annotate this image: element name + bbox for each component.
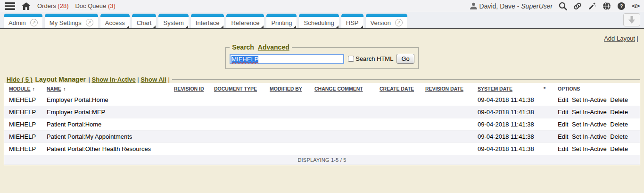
layout-manager-table: MODULE↑ NAME↑ REVISION ID DOCUMENT TYPE …: [4, 83, 640, 165]
cell-name: Patient Portal:My Appointments: [42, 131, 169, 143]
add-layout-link[interactable]: Add Layout: [604, 35, 635, 42]
selected-search-text: MIEHELP: [231, 56, 258, 63]
cell-options: Edit Set In-Active Delete: [553, 118, 640, 131]
cell-name: Employer Portal:Home: [42, 94, 169, 106]
advanced-search-link[interactable]: Advanced: [258, 43, 289, 51]
set-inactive-link[interactable]: Set In-Active: [572, 133, 607, 140]
collapse-toolbar-button[interactable]: [623, 13, 640, 26]
arrow-down-icon: [627, 16, 636, 24]
table-footer-row: DISPLAYING 1-5 / 5: [4, 155, 640, 165]
table-row: MIEHELP Employer Portal:MEP 09-04-2018 1…: [4, 106, 640, 118]
col-header-module: MODULE↑: [4, 83, 42, 94]
doc-queue-count-badge: (3): [108, 2, 116, 9]
cell-system-date: 09-04-2018 11:41:38: [473, 94, 539, 106]
doc-queue-link[interactable]: Doc Queue (3): [75, 2, 115, 9]
col-header-system-date: SYSTEM DATE: [473, 83, 539, 94]
show-all-link[interactable]: Show All: [140, 76, 166, 83]
hide-link[interactable]: Hide ( 5 ): [7, 76, 33, 83]
cell-options: Edit Set In-Active Delete: [553, 143, 640, 155]
cell-system-date: 09-04-2018 11:41:38: [473, 118, 539, 131]
table-row: MIEHELP Patient Portal:Home 09-04-2018 1…: [4, 118, 640, 131]
open-in-new-icon[interactable]: ↗: [86, 19, 93, 26]
layout-manager-legend: Hide ( 5 ) Layout Manager | Show In-Acti…: [4, 76, 172, 83]
search-legend: Search Advanced: [230, 43, 292, 51]
magic-wand-icon[interactable]: [588, 2, 596, 10]
svg-text:?: ?: [620, 3, 623, 9]
search-title: Search: [232, 43, 254, 51]
user-role: SuperUser: [521, 2, 553, 10]
set-inactive-link[interactable]: Set In-Active: [572, 145, 607, 152]
hamburger-menu-icon[interactable]: [5, 2, 15, 10]
delete-link[interactable]: Delete: [610, 96, 628, 103]
paging-status: DISPLAYING 1-5 / 5: [4, 155, 640, 165]
tab-reference[interactable]: Reference: [226, 14, 264, 28]
search-panel: Search Advanced MIEHELP Search HTML Go: [225, 43, 419, 69]
globe-icon[interactable]: [603, 2, 611, 10]
help-icon[interactable]: ?: [617, 2, 626, 10]
cell-system-date: 09-04-2018 11:41:38: [473, 131, 539, 143]
edit-link[interactable]: Edit: [558, 109, 568, 116]
delete-link[interactable]: Delete: [610, 121, 628, 128]
top-bar: Orders (28) Doc Queue (3) David, Dave - …: [0, 0, 644, 12]
show-inactive-link[interactable]: Show In-Active: [92, 76, 136, 83]
col-header-create-date: CREATE DATE: [375, 83, 421, 94]
cell-name: Patient Portal:Home: [42, 118, 169, 131]
layout-manager-title: Layout Manager: [35, 76, 86, 83]
cell-options: Edit Set In-Active Delete: [553, 131, 640, 143]
edit-link[interactable]: Edit: [558, 96, 568, 103]
tab-version[interactable]: Version ↗: [366, 14, 407, 28]
sort-asc-icon: ↑: [63, 86, 66, 92]
cell-module: MIEHELP: [4, 94, 42, 106]
tab-system[interactable]: System: [158, 14, 188, 28]
link-icon[interactable]: [573, 2, 582, 10]
set-inactive-link[interactable]: Set In-Active: [572, 121, 607, 128]
set-inactive-link[interactable]: Set In-Active: [572, 96, 607, 103]
col-header-change-comment: CHANGE COMMENT: [310, 83, 375, 94]
search-icon[interactable]: [559, 2, 567, 10]
edit-link[interactable]: Edit: [558, 145, 568, 152]
col-header-star: *: [539, 83, 553, 94]
code-icon[interactable]: </>: [632, 2, 639, 9]
tab-scheduling[interactable]: Scheduling: [299, 14, 339, 28]
col-header-revision-id: REVISION ID: [169, 83, 209, 94]
search-input[interactable]: MIEHELP: [230, 54, 344, 64]
sort-asc-icon: ↑: [33, 86, 35, 92]
table-row: MIEHELP Patient Portal:Other Health Reso…: [4, 143, 640, 155]
go-button[interactable]: Go: [396, 54, 414, 64]
col-header-document-type: DOCUMENT TYPE: [209, 83, 265, 94]
cell-module: MIEHELP: [4, 106, 42, 118]
current-user: David, Dave - SuperUser: [470, 2, 553, 10]
tab-admin[interactable]: Admin ↗: [4, 14, 42, 28]
orders-link[interactable]: Orders (28): [37, 2, 68, 9]
user-avatar-icon: [470, 2, 477, 9]
open-in-new-icon[interactable]: ↗: [395, 19, 403, 26]
orders-count-badge: (28): [58, 2, 68, 9]
cell-system-date: 09-04-2018 11:41:38: [473, 143, 539, 155]
cell-options: Edit Set In-Active Delete: [553, 94, 640, 106]
cell-name: Employer Portal:MEP: [42, 106, 169, 118]
page-content: Add Layout | Search Advanced MIEHELP Sea…: [0, 29, 644, 165]
layout-manager-panel: Hide ( 5 ) Layout Manager | Show In-Acti…: [4, 76, 640, 165]
main-nav-tabstrip: Admin ↗ My Settings ↗ Access Chart Syste…: [0, 12, 644, 29]
delete-link[interactable]: Delete: [610, 133, 628, 140]
table-header-row: MODULE↑ NAME↑ REVISION ID DOCUMENT TYPE …: [4, 83, 640, 94]
home-icon[interactable]: [22, 2, 31, 10]
cell-module: MIEHELP: [4, 143, 42, 155]
cell-name: Patient Portal:Other Health Resources: [42, 143, 169, 155]
tab-interface[interactable]: Interface: [191, 14, 224, 28]
edit-link[interactable]: Edit: [558, 121, 568, 128]
delete-link[interactable]: Delete: [610, 109, 628, 116]
search-html-label: Search HTML: [355, 55, 393, 62]
tab-my-settings[interactable]: My Settings ↗: [45, 14, 98, 28]
tab-printing[interactable]: Printing: [266, 14, 297, 28]
tab-hsp[interactable]: HSP: [341, 14, 363, 28]
tab-access[interactable]: Access: [100, 14, 130, 28]
search-html-checkbox[interactable]: [348, 56, 354, 62]
tab-chart[interactable]: Chart: [132, 14, 157, 28]
set-inactive-link[interactable]: Set In-Active: [572, 109, 607, 116]
open-in-new-icon[interactable]: ↗: [30, 19, 38, 26]
delete-link[interactable]: Delete: [610, 145, 628, 152]
table-row: MIEHELP Patient Portal:My Appointments 0…: [4, 131, 640, 143]
edit-link[interactable]: Edit: [558, 133, 568, 140]
cell-system-date: 09-04-2018 11:41:38: [473, 106, 539, 118]
